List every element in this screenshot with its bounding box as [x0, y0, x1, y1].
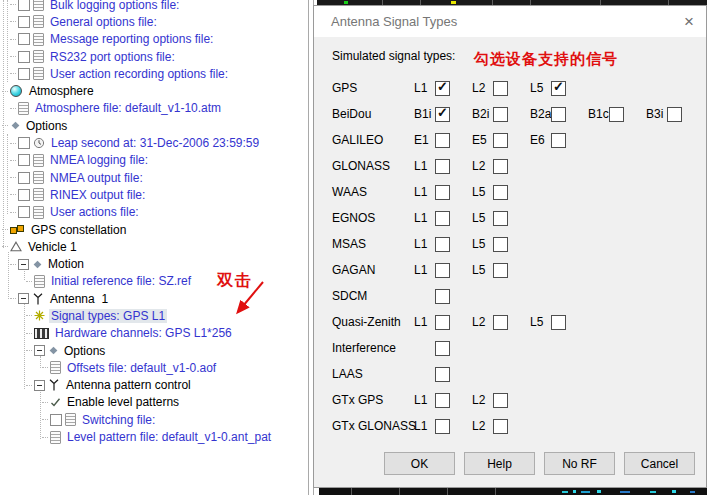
signal-row: GALILEOE1E5E6 — [332, 127, 706, 153]
help-button[interactable]: Help — [464, 452, 535, 475]
tree-checkbox[interactable] — [18, 51, 30, 63]
signal-checkbox[interactable] — [667, 107, 682, 122]
signal-checkbox[interactable] — [493, 107, 508, 122]
check-signals-annotation: 勾选设备支持的信号 — [474, 50, 618, 69]
tree-item[interactable]: Switching file: — [0, 411, 308, 428]
signal-checkbox[interactable] — [435, 315, 450, 330]
document-icon — [18, 102, 29, 115]
tree-item[interactable]: Hardware channels: GPS L1*256 — [0, 325, 308, 342]
signal-checkbox[interactable] — [435, 419, 450, 434]
dialog-button-row: OKHelpNo RFCancel — [332, 452, 706, 475]
signal-checkbox[interactable] — [435, 237, 450, 252]
signal-checkbox[interactable] — [551, 107, 566, 122]
tree-item[interactable]: User actions file: — [0, 204, 308, 221]
tree-checkbox[interactable] — [18, 33, 30, 45]
signal-checkbox[interactable] — [493, 211, 508, 226]
signal-system-label: BeiDou — [332, 107, 414, 121]
signal-checkbox[interactable]: ✓ — [435, 81, 450, 96]
collapse-toggle-icon[interactable] — [18, 259, 29, 270]
tree-item-label: General options file: — [48, 15, 159, 29]
ok-button[interactable]: OK — [384, 452, 455, 475]
tree-item[interactable]: Offsets file: default_v1-0.aof — [0, 359, 308, 376]
no-rf-button[interactable]: No RF — [544, 452, 615, 475]
signal-checkbox[interactable] — [435, 263, 450, 278]
tree-item[interactable]: GPS constellation — [0, 221, 308, 238]
signal-checkbox[interactable] — [435, 133, 450, 148]
tree-checkbox[interactable] — [18, 68, 30, 80]
plot-trace-fragment — [650, 491, 656, 493]
tree-item-label: Hardware channels: GPS L1*256 — [53, 326, 234, 340]
signal-slot: L1 — [414, 185, 472, 200]
document-icon — [33, 50, 44, 63]
signal-checkbox[interactable] — [493, 393, 508, 408]
tree-item[interactable]: Leap second at: 31-Dec-2006 23:59:59 — [0, 134, 308, 151]
close-icon[interactable]: × — [672, 6, 706, 37]
tree-item[interactable]: Enable level patterns — [0, 394, 308, 411]
signal-checkbox[interactable] — [493, 237, 508, 252]
yellow-indicator — [451, 1, 456, 4]
tree-item[interactable]: Antenna pattern control — [0, 377, 308, 394]
tree-checkbox[interactable] — [18, 206, 30, 218]
collapse-toggle-icon[interactable] — [18, 293, 29, 304]
tree-checkbox[interactable] — [18, 0, 30, 11]
tree-checkbox[interactable] — [50, 414, 62, 426]
tree-item[interactable]: User action recording options file: — [0, 65, 308, 82]
tree-item[interactable]: NMEA output file: — [0, 169, 308, 186]
tree-item[interactable]: Bulk logging options file: — [0, 0, 308, 13]
signal-checkbox[interactable] — [493, 133, 508, 148]
signal-checkbox[interactable] — [435, 341, 450, 356]
tree-item[interactable]: Antenna 1 — [0, 290, 308, 307]
tree-item-label: Leap second at: 31-Dec-2006 23:59:59 — [49, 136, 261, 150]
signal-checkbox[interactable] — [435, 159, 450, 174]
signal-checkbox[interactable] — [435, 367, 450, 382]
tree-connector — [42, 402, 48, 403]
tree-item[interactable]: Atmosphere — [0, 82, 308, 99]
tree-item[interactable]: RINEX output file: — [0, 186, 308, 203]
tree-item[interactable]: NMEA logging file: — [0, 152, 308, 169]
signal-system-label: Quasi-Zenith — [332, 315, 414, 329]
tree-checkbox[interactable] — [18, 16, 30, 28]
document-icon — [34, 275, 45, 288]
signal-checkbox[interactable] — [493, 315, 508, 330]
tree-checkbox[interactable] — [18, 189, 30, 201]
signal-system-label: GALILEO — [332, 133, 414, 147]
signal-checkbox[interactable]: ✓ — [435, 107, 450, 122]
panel-splitter-line[interactable] — [308, 0, 309, 495]
tree-item[interactable]: Motion — [0, 255, 308, 272]
signal-checkbox[interactable] — [551, 315, 566, 330]
signal-slot: L2 — [472, 315, 530, 330]
signal-checkbox[interactable] — [493, 81, 508, 96]
tree-item[interactable]: Level pattern file: default_v1-0.ant_pat — [0, 428, 308, 445]
collapse-toggle-icon[interactable] — [34, 380, 45, 391]
signal-checkbox[interactable] — [493, 185, 508, 200]
tree-item[interactable]: RS232 port options file: — [0, 48, 308, 65]
dialog-title-bar[interactable]: Antenna Signal Types × — [314, 6, 706, 37]
tree-item[interactable]: Signal types: GPS L1 — [0, 307, 308, 324]
signal-checkbox[interactable]: ✓ — [551, 81, 566, 96]
signal-checkbox[interactable] — [435, 185, 450, 200]
tree-checkbox[interactable] — [18, 172, 30, 184]
signal-checkbox[interactable] — [493, 263, 508, 278]
signal-checkbox[interactable] — [435, 211, 450, 226]
tree-item[interactable]: Options — [0, 117, 308, 134]
tree-item[interactable]: Initial reference file: SZ.ref — [0, 273, 308, 290]
tree-connector — [10, 39, 16, 40]
tree-item[interactable]: Atmosphere file: default_v1-10.atm — [0, 100, 308, 117]
signal-checkbox[interactable] — [435, 393, 450, 408]
signal-band-label: L5 — [472, 263, 493, 277]
tree-connector — [26, 281, 32, 282]
tree-item[interactable]: Options — [0, 342, 308, 359]
collapse-toggle-icon[interactable] — [34, 345, 45, 356]
signal-checkbox[interactable] — [493, 159, 508, 174]
tree-item[interactable]: Message reporting options file: — [0, 31, 308, 48]
tree-item[interactable]: Vehicle 1 — [0, 238, 308, 255]
divider — [351, 488, 352, 495]
signal-checkbox[interactable] — [551, 133, 566, 148]
cancel-button[interactable]: Cancel — [624, 452, 695, 475]
signal-checkbox[interactable] — [493, 419, 508, 434]
tree-item[interactable]: General options file: — [0, 13, 308, 30]
signal-checkbox[interactable] — [609, 107, 624, 122]
tree-checkbox[interactable] — [18, 137, 30, 149]
signal-checkbox[interactable] — [435, 289, 450, 304]
tree-checkbox[interactable] — [18, 154, 30, 166]
